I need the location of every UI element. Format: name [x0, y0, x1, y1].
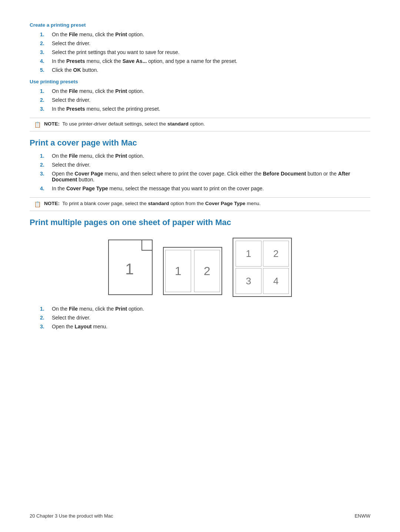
page-footer: 20 Chapter 3 Use the product with Mac EN… [30, 513, 370, 519]
note-box-presets: 📋 NOTE: To use printer-driver default se… [30, 118, 370, 131]
twoup-doc-wrapper: 1 2 [163, 240, 222, 295]
use-presets-steps: 1. On the File menu, click the Print opt… [30, 88, 370, 112]
single-page-doc: 1 [108, 240, 153, 295]
fourup-cell-3: 3 [236, 268, 261, 294]
step-number: 3. [40, 49, 49, 55]
cover-page-steps: 1. On the File menu, click the Print opt… [30, 153, 370, 191]
create-preset-section: Create a printing preset 1. On the File … [30, 22, 370, 73]
step-number: 3. [40, 324, 49, 329]
multiple-pages-heading: Print multiple pages on one sheet of pap… [30, 218, 370, 227]
use-presets-section: Use printing presets 1. On the File menu… [30, 79, 370, 131]
fourup-doc: 1 2 3 4 [233, 238, 292, 297]
step-item: 1. On the File menu, click the Print opt… [30, 153, 370, 159]
step-text: On the File menu, click the Print option… [52, 88, 370, 94]
step-number: 1. [40, 88, 49, 94]
step-item: 5. Click the OK button. [30, 67, 370, 73]
step-item: 2. Select the driver. [30, 315, 370, 321]
step-item: 3. Select the print settings that you wa… [30, 49, 370, 55]
note-box-cover: 📋 NOTE: To print a blank cover page, sel… [30, 197, 370, 211]
step-number: 3. [40, 106, 49, 112]
fourup-cell-4: 4 [263, 268, 289, 294]
create-preset-steps: 1. On the File menu, click the Print opt… [30, 31, 370, 73]
single-page-number: 1 [125, 260, 134, 278]
step-text: Select the print settings that you want … [52, 49, 370, 55]
multiple-pages-section: Print multiple pages on one sheet of pap… [30, 218, 370, 329]
note-text: NOTE: To print a blank cover page, selec… [44, 201, 261, 206]
step-text: Open the Layout menu. [52, 324, 370, 329]
dog-ear [141, 240, 152, 251]
footer-left: 20 Chapter 3 Use the product with Mac [30, 513, 113, 519]
step-item: 1. On the File menu, click the Print opt… [30, 88, 370, 94]
step-number: 1. [40, 31, 49, 37]
step-item: 2. Select the driver. [30, 162, 370, 168]
step-text: In the Presets menu, select the printing… [52, 106, 370, 112]
create-preset-heading: Create a printing preset [30, 22, 370, 28]
step-number: 3. [40, 171, 49, 177]
step-number: 2. [40, 97, 49, 103]
step-number: 4. [40, 185, 49, 191]
note-text: NOTE: To use printer-driver default sett… [44, 121, 205, 127]
use-presets-heading: Use printing presets [30, 79, 370, 84]
cover-page-heading: Print a cover page with Mac [30, 138, 370, 148]
step-text: In the Cover Page Type menu, select the … [52, 185, 370, 191]
twoup-left: 1 [165, 250, 191, 292]
step-text: Click the OK button. [52, 67, 370, 73]
step-number: 5. [40, 67, 49, 73]
fourup-cell-1: 1 [236, 241, 261, 267]
step-text: On the File menu, click the Print option… [52, 153, 370, 159]
twoup-right: 2 [194, 250, 220, 292]
step-item: 4. In the Cover Page Type menu, select t… [30, 185, 370, 191]
step-text: Open the Cover Page menu, and then selec… [52, 171, 370, 183]
step-number: 2. [40, 40, 49, 46]
fourup-cell-2: 2 [263, 241, 289, 267]
step-item: 4. In the Presets menu, click the Save A… [30, 58, 370, 64]
step-item: 2. Select the driver. [30, 40, 370, 46]
step-text: Select the driver. [52, 97, 370, 103]
step-text: Select the driver. [52, 315, 370, 321]
diagram-area: 1 1 2 1 2 3 4 [30, 238, 370, 297]
step-item: 1. On the File menu, click the Print opt… [30, 306, 370, 312]
step-item: 3. Open the Cover Page menu, and then se… [30, 171, 370, 183]
multiple-pages-steps: 1. On the File menu, click the Print opt… [30, 306, 370, 329]
step-item: 2. Select the driver. [30, 97, 370, 103]
step-text: In the Presets menu, click the Save As..… [52, 58, 370, 64]
step-text: Select the driver. [52, 40, 370, 46]
step-item: 1. On the File menu, click the Print opt… [30, 31, 370, 37]
footer-right: ENWW [354, 513, 370, 519]
step-item: 3. Open the Layout menu. [30, 324, 370, 329]
step-item: 3. In the Presets menu, select the print… [30, 106, 370, 112]
step-number: 1. [40, 306, 49, 312]
note-icon: 📋 [34, 121, 41, 128]
step-number: 4. [40, 58, 49, 64]
step-number: 2. [40, 315, 49, 321]
note-icon: 📋 [34, 201, 41, 208]
twoup-doc: 1 2 [163, 247, 222, 295]
step-text: On the File menu, click the Print option… [52, 31, 370, 37]
step-text: Select the driver. [52, 162, 370, 168]
step-number: 1. [40, 153, 49, 159]
step-number: 2. [40, 162, 49, 168]
step-text: On the File menu, click the Print option… [52, 306, 370, 312]
cover-page-section: Print a cover page with Mac 1. On the Fi… [30, 138, 370, 211]
